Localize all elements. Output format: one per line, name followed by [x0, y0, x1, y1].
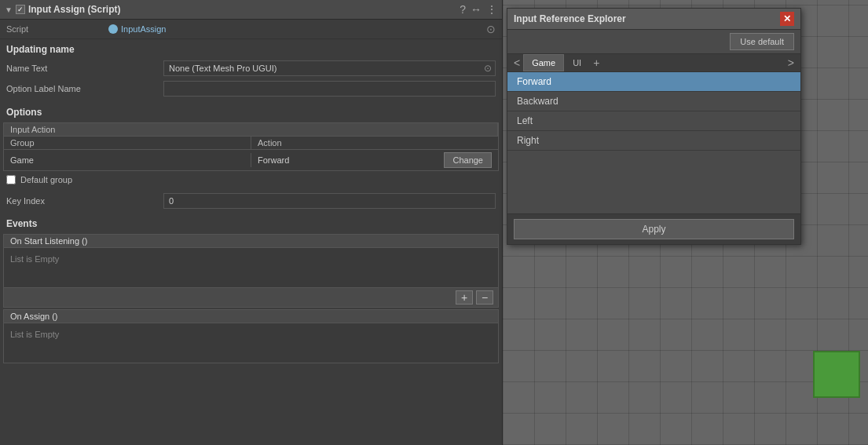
- on-start-listening-body: List is Empty: [4, 248, 498, 287]
- on-assign-body: List is Empty: [4, 323, 498, 363]
- events-title: Events: [0, 215, 502, 232]
- name-text-value: ⊙: [163, 60, 496, 76]
- option-label-row: Option Label Name: [0, 78, 502, 99]
- on-start-listening-header: On Start Listening (): [4, 235, 498, 248]
- add-tab-button[interactable]: +: [590, 55, 602, 71]
- help-icon[interactable]: ?: [460, 3, 466, 16]
- updating-name-title: Updating name: [0, 39, 502, 58]
- use-default-button[interactable]: Use default: [730, 33, 794, 50]
- add-event-btn-1[interactable]: +: [456, 290, 473, 305]
- list-item-right[interactable]: Right: [507, 131, 800, 151]
- script-name: InputAssign: [121, 24, 166, 34]
- apply-button[interactable]: Apply: [514, 219, 794, 239]
- on-assign-block: On Assign () List is Empty: [3, 309, 499, 363]
- remove-event-btn-1[interactable]: −: [476, 290, 493, 305]
- table-data-row: Game Forward Change: [4, 150, 498, 170]
- name-text-target-btn[interactable]: ⊙: [481, 61, 495, 75]
- default-group-label: Default group: [20, 175, 72, 184]
- key-index-row: Key Index: [0, 190, 502, 212]
- options-title: Options: [0, 102, 502, 121]
- script-icon: [108, 24, 118, 34]
- script-target-icon[interactable]: ⊙: [486, 23, 496, 35]
- group-value: Game: [10, 155, 34, 165]
- events-section: Events On Start Listening () List is Emp…: [0, 215, 502, 365]
- script-value: InputAssign: [108, 24, 166, 34]
- script-label: Script: [6, 24, 108, 34]
- tabs-prev-button[interactable]: <: [511, 55, 523, 71]
- group-col-header: Group: [4, 137, 251, 149]
- list-is-empty-1: List is Empty: [10, 254, 59, 264]
- explorer-title: Input Reference Explorer: [514, 13, 780, 24]
- default-group-checkbox[interactable]: [6, 175, 16, 184]
- options-section: Options Input Action Group Action Game F…: [0, 102, 502, 187]
- table-col-headers: Group Action: [4, 137, 498, 150]
- explorer-apply-bar: Apply: [507, 213, 800, 244]
- list-item-backward[interactable]: Backward: [507, 92, 800, 111]
- key-index-input[interactable]: [163, 193, 496, 209]
- left-panel: ▼ ✓ Input Assign (Script) ? ↔ ⋮ Script I…: [0, 0, 503, 445]
- list-is-empty-2: List is Empty: [10, 330, 59, 339]
- explorer-list: Forward Backward Left Right: [507, 72, 800, 213]
- option-label-input[interactable]: [163, 81, 496, 97]
- scene-green-object: [813, 351, 860, 398]
- explorer-tabs: < Game UI + >: [507, 54, 800, 72]
- name-text-label: Name Text: [6, 64, 163, 73]
- name-text-input-wrapper: ⊙: [163, 60, 496, 76]
- input-action-table: Input Action Group Action Game Forward C…: [3, 122, 499, 171]
- on-start-listening-footer: + −: [4, 287, 498, 307]
- right-panel: Input Reference Explorer ✕ Use default <…: [503, 0, 868, 445]
- group-value-cell: Game: [4, 153, 251, 167]
- action-col-header: Action: [251, 137, 498, 149]
- close-dialog-button[interactable]: ✕: [780, 12, 794, 26]
- component-header: ▼ ✓ Input Assign (Script) ? ↔ ⋮: [0, 0, 502, 20]
- list-item-left[interactable]: Left: [507, 111, 800, 131]
- option-label-label: Option Label Name: [6, 84, 163, 93]
- component-icons: ? ↔ ⋮: [460, 3, 497, 16]
- tab-ui[interactable]: UI: [564, 54, 590, 71]
- on-assign-header: On Assign (): [4, 310, 498, 323]
- tab-game[interactable]: Game: [523, 54, 564, 71]
- key-index-label: Key Index: [6, 196, 163, 206]
- collapse-arrow[interactable]: ▼: [5, 5, 13, 14]
- list-item-forward[interactable]: Forward: [507, 72, 800, 92]
- explorer-titlebar: Input Reference Explorer ✕: [507, 9, 800, 30]
- action-value: Forward: [258, 155, 289, 165]
- on-start-listening-block: On Start Listening () List is Empty + −: [3, 234, 499, 308]
- default-group-row: Default group: [0, 173, 502, 187]
- explorer-toolbar: Use default: [507, 30, 800, 54]
- settings-icon[interactable]: ↔: [471, 3, 482, 16]
- script-row: Script InputAssign ⊙: [0, 20, 502, 39]
- component-enable-checkbox[interactable]: ✓: [16, 5, 25, 14]
- name-text-row: Name Text ⊙: [0, 58, 502, 78]
- table-header: Input Action: [4, 123, 498, 137]
- name-text-input[interactable]: [164, 62, 481, 75]
- component-title: Input Assign (Script): [28, 4, 456, 15]
- option-label-value: [163, 81, 496, 97]
- change-button[interactable]: Change: [444, 152, 492, 168]
- more-icon[interactable]: ⋮: [486, 3, 497, 16]
- explorer-dialog: Input Reference Explorer ✕ Use default <…: [507, 8, 801, 245]
- action-value-cell: Forward Change: [251, 150, 498, 170]
- tabs-next-button[interactable]: >: [785, 55, 797, 71]
- input-action-label: Input Action: [4, 123, 498, 136]
